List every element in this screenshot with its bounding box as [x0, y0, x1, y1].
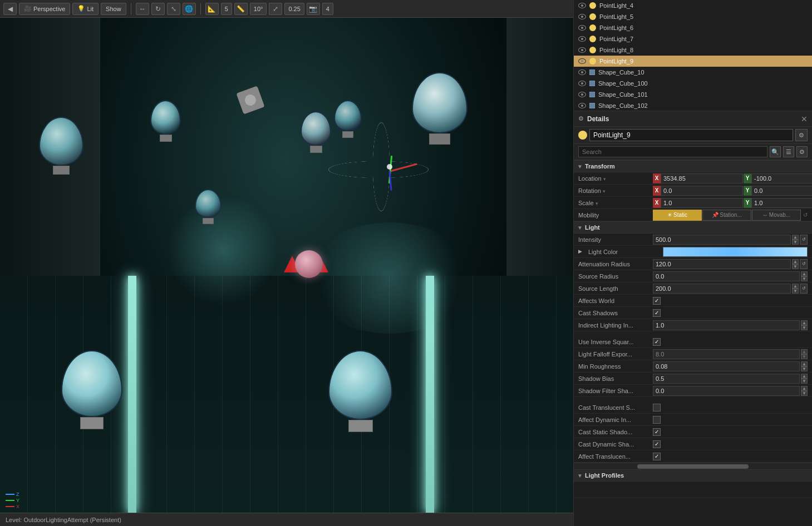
intensity-input[interactable] — [653, 235, 791, 245]
actor-name-input[interactable] — [589, 129, 793, 141]
outliner-item-cube102[interactable]: Shape_Cube_102 — [574, 100, 812, 111]
eye-icon-4[interactable] — [578, 3, 586, 8]
source-length-up-btn[interactable]: ▲ — [792, 284, 799, 289]
use-inverse-checkbox[interactable] — [653, 338, 661, 346]
affect-dynamic-checkbox[interactable] — [653, 416, 661, 424]
indirect-up-btn[interactable]: ▲ — [801, 320, 808, 325]
min-roughness-input[interactable] — [653, 361, 800, 371]
attenuation-down-btn[interactable]: ▼ — [792, 264, 799, 269]
attenuation-up-btn[interactable]: ▲ — [792, 259, 799, 264]
source-radius-up-btn[interactable]: ▲ — [801, 271, 808, 276]
scale-btn[interactable]: ⤡ — [167, 3, 180, 15]
outliner-item-pointlight4[interactable]: PointLight_4 — [574, 0, 812, 11]
viewport[interactable]: Z Y X ◀ 🎥 Perspective 💡 Lit Show ↔ ↻ — [0, 0, 573, 526]
attenuation-reset-btn[interactable]: ↺ — [800, 259, 808, 269]
source-length-reset-btn[interactable]: ↺ — [800, 284, 808, 294]
coords-btn[interactable]: 🌐 — [183, 3, 196, 15]
scroll-thumb[interactable] — [637, 464, 749, 469]
mobility-static-btn[interactable]: ☀ Static — [653, 210, 702, 221]
eye-icon-cube100[interactable] — [578, 81, 586, 86]
scroll-indicator[interactable] — [574, 463, 812, 469]
source-length-input[interactable] — [653, 284, 791, 294]
details-close-btn[interactable]: ✕ — [801, 115, 808, 123]
location-y-input[interactable] — [751, 173, 812, 183]
shadow-filter-input[interactable] — [653, 386, 800, 396]
scale-y-input[interactable] — [751, 198, 812, 208]
eye-icon-cube102[interactable] — [578, 103, 586, 108]
perspective-btn[interactable]: 🎥 Perspective — [19, 3, 70, 15]
actor-settings-btn[interactable]: ⚙ — [795, 129, 808, 141]
outliner-item-pointlight5[interactable]: PointLight_5 — [574, 11, 812, 22]
angle-val-btn[interactable]: 10° — [250, 3, 267, 15]
light-section-header[interactable]: ▼ Light — [574, 221, 812, 234]
affects-world-checkbox[interactable] — [653, 297, 661, 305]
outliner-item-pointlight6[interactable]: PointLight_6 — [574, 22, 812, 33]
shadow-filter-up-btn[interactable]: ▲ — [801, 386, 808, 391]
mobility-movable-btn[interactable]: ↔ Movab... — [752, 210, 801, 221]
eye-icon-cube101[interactable] — [578, 92, 586, 97]
mobility-stationary-btn[interactable]: 📌 Station... — [702, 210, 751, 221]
indirect-lighting-input[interactable] — [653, 320, 800, 330]
intensity-down-btn[interactable]: ▼ — [792, 240, 799, 245]
cast-dynamic-checkbox[interactable] — [653, 440, 661, 448]
angle-snap-btn[interactable]: 📏 — [234, 3, 248, 15]
shadow-bias-up-btn[interactable]: ▲ — [801, 374, 808, 379]
scale-x-input[interactable] — [661, 198, 743, 208]
grid-size-btn[interactable]: 5 — [221, 3, 232, 15]
cast-static-checkbox[interactable] — [653, 428, 661, 436]
shadow-bias-input[interactable] — [653, 374, 800, 384]
mobility-reset[interactable]: ↺ — [803, 212, 808, 218]
rotation-y-input[interactable] — [751, 186, 812, 196]
source-length-down-btn[interactable]: ▼ — [792, 289, 799, 294]
rotation-x-input[interactable] — [661, 186, 743, 196]
location-x-input[interactable] — [661, 173, 743, 183]
outliner-item-cube100[interactable]: Shape_Cube_100 — [574, 78, 812, 89]
outliner-item-pointlight9[interactable]: PointLight_9 — [574, 56, 812, 67]
scale-snap-btn[interactable]: ⤢ — [269, 3, 282, 15]
light-color-expand[interactable]: ▶ — [578, 249, 585, 255]
camera-speed-btn[interactable]: 4 — [322, 3, 333, 15]
settings-btn[interactable]: ⚙ — [796, 146, 808, 157]
translate-btn[interactable]: ↔ — [136, 3, 149, 15]
falloff-down-btn[interactable]: ▼ — [801, 354, 808, 359]
list-view-btn[interactable]: ☰ — [783, 146, 794, 157]
falloff-input[interactable] — [653, 349, 800, 359]
eye-icon-7[interactable] — [578, 36, 586, 42]
shadow-filter-down-btn[interactable]: ▼ — [801, 391, 808, 396]
min-roughness-down-btn[interactable]: ▼ — [801, 366, 808, 371]
rotate-btn[interactable]: ↻ — [151, 3, 165, 15]
show-btn[interactable]: Show — [101, 3, 126, 15]
eye-icon-5[interactable] — [578, 14, 586, 19]
camera-btn[interactable]: 📷 — [307, 3, 320, 15]
source-radius-input[interactable] — [653, 271, 800, 281]
light-color-swatch[interactable] — [663, 247, 808, 257]
outliner-item-pointlight8[interactable]: PointLight_8 — [574, 44, 812, 56]
cast-shadows-checkbox[interactable] — [653, 309, 661, 317]
intensity-up-btn[interactable]: ▲ — [792, 235, 799, 240]
eye-icon-6[interactable] — [578, 25, 586, 31]
affect-translucent-checkbox[interactable] — [653, 453, 661, 460]
attenuation-input[interactable] — [653, 259, 791, 269]
transform-section-header[interactable]: ▼ Transform — [574, 160, 812, 172]
eye-icon-8[interactable] — [578, 47, 586, 53]
outliner-item-cube10[interactable]: Shape_Cube_10 — [574, 67, 812, 78]
eye-icon-9[interactable] — [578, 58, 586, 64]
indirect-down-btn[interactable]: ▼ — [801, 325, 808, 330]
surface-snap-btn[interactable]: 📐 — [205, 3, 219, 15]
falloff-up-btn[interactable]: ▲ — [801, 349, 808, 354]
outliner-item-cube101[interactable]: Shape_Cube_101 — [574, 89, 812, 100]
search-btn[interactable]: 🔍 — [770, 146, 781, 157]
lit-btn[interactable]: 💡 Lit — [72, 3, 99, 15]
left-arrow-btn[interactable]: ◀ — [3, 3, 17, 15]
intensity-reset-btn[interactable]: ↺ — [800, 235, 808, 245]
light-color-row[interactable]: ▶ Light Color — [574, 246, 812, 258]
scale-val-btn[interactable]: 0.25 — [284, 3, 304, 15]
min-roughness-up-btn[interactable]: ▲ — [801, 361, 808, 366]
eye-icon-cube10[interactable] — [578, 70, 586, 75]
source-radius-down-btn[interactable]: ▼ — [801, 276, 808, 281]
light-profiles-section-header[interactable]: ▼ Light Profiles — [574, 469, 812, 482]
outliner-item-pointlight7[interactable]: PointLight_7 — [574, 33, 812, 44]
search-input[interactable] — [578, 146, 767, 157]
shadow-bias-down-btn[interactable]: ▼ — [801, 379, 808, 384]
cast-translucent-checkbox[interactable] — [653, 404, 661, 411]
